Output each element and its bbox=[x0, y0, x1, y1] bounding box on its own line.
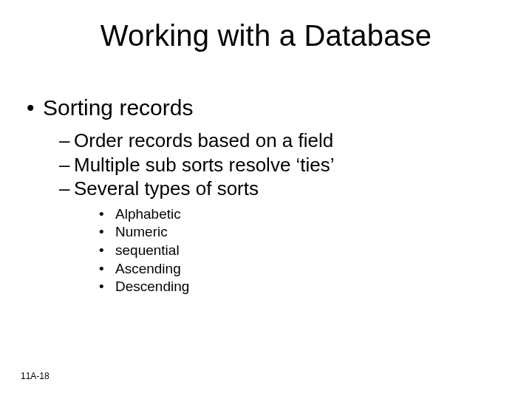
slide: Working with a Database •Sorting records… bbox=[0, 0, 532, 399]
bullet-dot-icon: • bbox=[99, 205, 115, 224]
bullet-level3-text: Alphabetic bbox=[115, 205, 181, 224]
bullet-level2: –Order records based on a field bbox=[59, 129, 502, 153]
dash-icon: – bbox=[59, 177, 74, 201]
bullet-level2: –Several types of sorts bbox=[59, 177, 502, 201]
bullet-level2-text: Order records based on a field bbox=[74, 129, 333, 151]
bullet-level3-text: Numeric bbox=[115, 223, 168, 242]
bullet-dot-icon: • bbox=[99, 242, 115, 260]
bullet-level3: •Descending bbox=[99, 278, 502, 296]
bullet-level3: •Numeric bbox=[99, 223, 502, 242]
dash-icon: – bbox=[59, 153, 74, 177]
bullet-level3: •Ascending bbox=[99, 260, 502, 279]
bullet-level3-group: •Alphabetic •Numeric •sequential •Ascend… bbox=[99, 205, 502, 296]
bullet-level3-text: Ascending bbox=[115, 260, 181, 279]
bullet-level2-text: Multiple sub sorts resolve ‘ties’ bbox=[74, 154, 335, 176]
bullet-dot-icon: • bbox=[27, 95, 43, 121]
slide-title: Working with a Database bbox=[0, 19, 532, 52]
slide-body: •Sorting records –Order records based on… bbox=[27, 95, 502, 302]
bullet-level2: –Multiple sub sorts resolve ‘ties’ bbox=[59, 153, 502, 177]
bullet-level3: •sequential bbox=[99, 242, 502, 260]
bullet-level2-group: –Order records based on a field –Multipl… bbox=[59, 129, 502, 296]
bullet-level2-text: Several types of sorts bbox=[74, 177, 259, 200]
slide-number: 11A-18 bbox=[21, 371, 50, 381]
bullet-dot-icon: • bbox=[99, 223, 115, 242]
bullet-dot-icon: • bbox=[99, 278, 115, 296]
bullet-level1-text: Sorting records bbox=[43, 95, 193, 120]
bullet-level3: •Alphabetic bbox=[99, 205, 502, 224]
bullet-dot-icon: • bbox=[99, 260, 115, 279]
bullet-level1: •Sorting records bbox=[27, 95, 502, 121]
bullet-level3-text: Descending bbox=[115, 278, 189, 296]
bullet-level3-text: sequential bbox=[115, 242, 180, 260]
dash-icon: – bbox=[59, 129, 74, 153]
